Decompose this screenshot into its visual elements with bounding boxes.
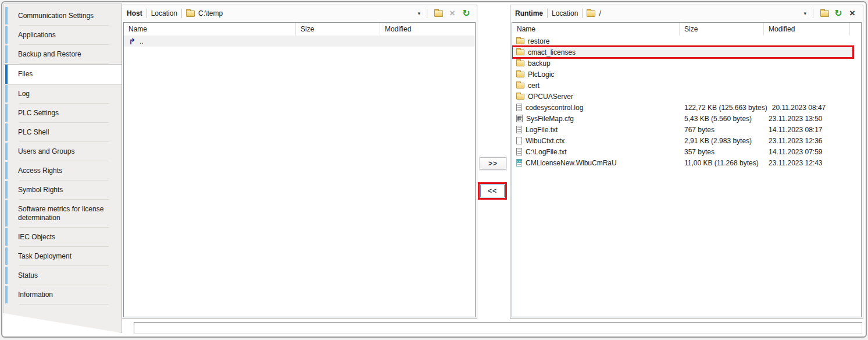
file-row-cmlicensenew-wibucmrau[interactable]: CMLicenseNew.WibuCmRaU11,00 KB (11.268 b… (512, 157, 861, 168)
delete-button[interactable]: × (446, 8, 458, 19)
highlight-box-copy-to-host: << (478, 182, 507, 200)
copy-to-runtime-button[interactable]: >> (480, 157, 506, 170)
sidebar-item-plc-settings[interactable]: PLC Settings (4, 104, 122, 123)
file-row-cmact-licenses[interactable]: cmact_licenses (512, 47, 853, 58)
runtime-toolbar: Runtime Location / ▾ ↻ × (510, 5, 863, 21)
cell-size: 122,72 KB (125.663 bytes) (680, 104, 767, 112)
file-config-icon (516, 115, 523, 122)
sidebar-item-plc-shell[interactable]: PLC Shell (4, 123, 122, 142)
sidebar-item-software-metrics-for-license-determination[interactable]: Software metrics for license determinati… (4, 200, 122, 228)
sidebar: Communication SettingsApplicationsBackup… (3, 3, 122, 333)
file-row-[interactable]: ↱.. (124, 36, 475, 47)
runtime-location-label: Location (552, 9, 578, 17)
copy-to-host-button[interactable]: << (480, 185, 505, 197)
column-header-name[interactable]: Name (124, 23, 296, 36)
sidebar-item-backup-and-restore[interactable]: Backup and Restore (4, 45, 122, 64)
folder-icon (516, 49, 524, 55)
sidebar-item-label: Information (18, 291, 53, 299)
file-cm-icon (516, 159, 522, 167)
sidebar-item-label: Communication Settings (18, 12, 94, 20)
sidebar-item-access-rights[interactable]: Access Rights (4, 161, 122, 180)
column-header-size[interactable]: Size (296, 23, 380, 36)
cell-name: C:\LogFile.txt (512, 148, 680, 156)
sidebar-item-files[interactable]: Files (4, 64, 122, 84)
cell-name: CMLicenseNew.WibuCmRaU (512, 159, 680, 167)
sidebar-item-applications[interactable]: Applications (4, 26, 122, 45)
sidebar-item-communication-settings[interactable]: Communication Settings (4, 6, 122, 26)
refresh-button[interactable]: ↻ (833, 8, 844, 19)
host-file-list: Name Size Modified ↱.. (123, 22, 476, 317)
close-button[interactable]: × (846, 8, 858, 19)
new-folder-button[interactable] (433, 8, 444, 19)
sidebar-item-label: Applications (18, 31, 56, 39)
new-folder-button[interactable] (819, 8, 830, 19)
cell-name: PlcLogic (512, 70, 680, 79)
file-row-backup[interactable]: backup (512, 58, 861, 69)
host-toolbar: Host Location C:\temp ▾ × ↻ (122, 5, 477, 21)
runtime-rows: restorecmact_licensesbackupPlcLogiccertO… (512, 36, 861, 168)
sidebar-item-label: Symbol Rights (18, 186, 63, 194)
folder-icon (516, 83, 524, 88)
file-row-cert[interactable]: cert (512, 80, 861, 91)
file-name: cmact_licenses (528, 48, 576, 56)
file-row-c-logfile-txt[interactable]: C:\LogFile.txt357 bytes14.11.2023 07:59 (512, 146, 861, 157)
file-name: OPCUAServer (528, 93, 573, 101)
file-name: backup (528, 59, 551, 68)
chevron-down-icon[interactable]: ▾ (417, 10, 420, 16)
file-row-wibuctxt-ctx[interactable]: WibuCtxt.ctx2,91 KB (2.983 bytes)23.11.2… (512, 135, 861, 146)
file-row-logfile-txt[interactable]: LogFile.txt767 bytes14.11.2023 08:17 (512, 124, 861, 135)
cell-name: backup (512, 59, 680, 68)
host-pane: Host Location C:\temp ▾ × ↻ Name Size Mo… (122, 5, 477, 319)
host-path[interactable]: C:\temp (198, 9, 223, 17)
sidebar-item-label: Users and Groups (18, 147, 74, 155)
file-row-sysfilemap-cfg[interactable]: SysFileMap.cfg5,43 KB (5.560 bytes)23.11… (512, 113, 861, 124)
cell-modified: 23.11.2023 13:50 (764, 115, 857, 123)
sidebar-item-label: IEC Objects (18, 233, 55, 241)
file-name: SysFileMap.cfg (526, 115, 574, 123)
sidebar-item-label: Task Deployment (18, 252, 72, 260)
file-row-opcuaserver[interactable]: OPCUAServer (512, 91, 861, 102)
file-row-codesyscontrol-log[interactable]: codesyscontrol.log122,72 KB (125.663 byt… (512, 102, 861, 113)
file-name: restore (528, 37, 549, 45)
file-name: PlcLogic (528, 70, 554, 79)
sidebar-item-information[interactable]: Information (4, 285, 122, 304)
cell-size: 767 bytes (680, 126, 764, 134)
sidebar-item-task-deployment[interactable]: Task Deployment (4, 247, 122, 266)
file-row-plclogic[interactable]: PlcLogic (512, 69, 861, 80)
host-pane-title: Host (127, 9, 142, 17)
sidebar-item-iec-objects[interactable]: IEC Objects (4, 228, 122, 247)
cell-modified: 23.11.2023 12:36 (764, 137, 857, 145)
file-name: LogFile.txt (526, 126, 558, 134)
file-row-restore[interactable]: restore (512, 36, 861, 47)
refresh-button[interactable]: ↻ (460, 8, 472, 19)
toolbar-separator (547, 9, 548, 18)
cell-size: 5,43 KB (5.560 bytes) (680, 115, 764, 123)
file-name: WibuCtxt.ctx (526, 137, 565, 145)
sidebar-item-log[interactable]: Log (4, 84, 122, 104)
sidebar-item-users-and-groups[interactable]: Users and Groups (4, 142, 122, 161)
current-folder-icon (587, 10, 595, 17)
cell-name: codesyscontrol.log (512, 104, 680, 112)
sidebar-item-status[interactable]: Status (4, 266, 122, 285)
cell-name: cmact_licenses (512, 48, 680, 56)
folder-icon (516, 94, 524, 100)
sidebar-item-label: Log (18, 90, 30, 98)
file-name: codesyscontrol.log (526, 104, 583, 112)
column-header-name[interactable]: Name (512, 23, 680, 36)
column-header-modified[interactable]: Modified (380, 23, 475, 36)
runtime-path[interactable]: / (599, 9, 601, 17)
chevron-down-icon[interactable]: ▾ (803, 10, 806, 16)
column-header-modified[interactable]: Modified (764, 23, 850, 36)
runtime-pane-title: Runtime (515, 9, 543, 17)
sidebar-item-label: Status (18, 271, 38, 279)
cell-name: SysFileMap.cfg (512, 115, 680, 123)
host-list-header: Name Size Modified (124, 23, 475, 36)
sidebar-item-label: Files (18, 70, 33, 78)
status-bar (134, 322, 862, 334)
cell-size: 11,00 KB (11.268 bytes) (680, 159, 764, 167)
file-name: C:\LogFile.txt (526, 148, 567, 156)
host-rows: ↱.. (124, 36, 475, 47)
column-header-size[interactable]: Size (680, 23, 764, 36)
sidebar-item-symbol-rights[interactable]: Symbol Rights (4, 180, 122, 200)
cell-modified: 14.11.2023 08:17 (764, 126, 857, 134)
